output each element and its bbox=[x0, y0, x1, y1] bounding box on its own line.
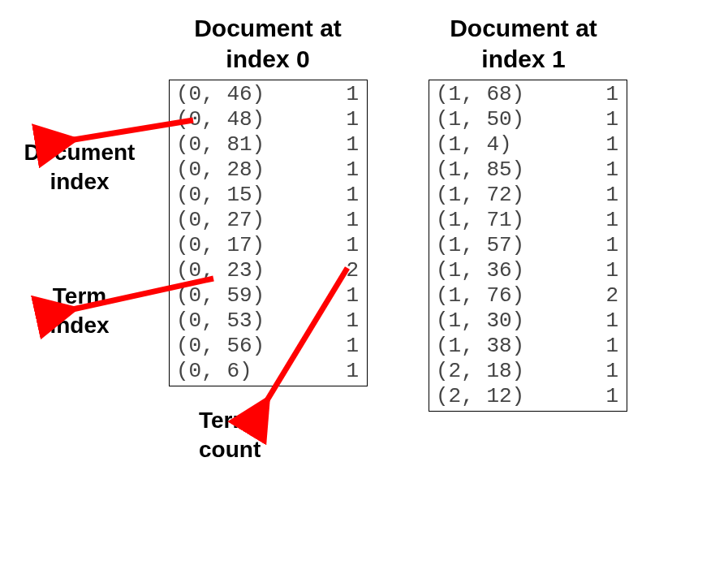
arrow-term-count bbox=[0, 0, 728, 587]
svg-line-5 bbox=[265, 268, 347, 404]
